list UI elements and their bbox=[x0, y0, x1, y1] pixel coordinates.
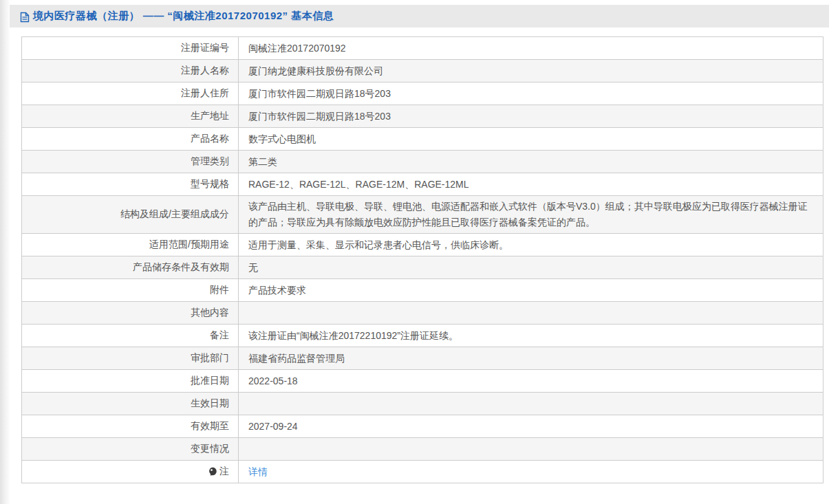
row-label: 注册证编号 bbox=[22, 37, 239, 60]
table-row: 注册人名称 厦门纳龙健康科技股份有限公司 bbox=[22, 60, 823, 83]
row-value: 闽械注准20172070192 bbox=[239, 37, 823, 60]
info-table-body: 注册证编号 闽械注准20172070192 注册人名称 厦门纳龙健康科技股份有限… bbox=[22, 37, 823, 483]
row-value bbox=[239, 393, 823, 415]
row-label: 备注 bbox=[22, 325, 239, 347]
row-value: RAGE-12、RAGE-12L、RAGE-12M、RAGE-12ML bbox=[239, 173, 823, 196]
row-label-text: 适用范围/预期用途 bbox=[149, 239, 229, 250]
row-label-text: 型号规格 bbox=[191, 178, 229, 189]
row-label-text: 管理类别 bbox=[191, 155, 229, 166]
row-value: 该注册证由“闽械注准20172210192”注册证延续。 bbox=[239, 325, 823, 347]
row-value: 无 bbox=[239, 256, 823, 279]
detail-link[interactable]: 详情 bbox=[248, 466, 268, 477]
row-value: 厦门纳龙健康科技股份有限公司 bbox=[239, 60, 823, 83]
row-label: 附件 bbox=[22, 279, 239, 302]
table-row: 其他内容 bbox=[22, 302, 823, 325]
row-label: 生效日期 bbox=[22, 393, 239, 415]
row-value: 2027-09-24 bbox=[239, 415, 823, 438]
row-label: 批准日期 bbox=[22, 370, 239, 393]
row-label-text: 备注 bbox=[210, 329, 229, 340]
row-label: 管理类别 bbox=[22, 151, 239, 173]
table-row: 适用范围/预期用途 适用于测量、采集、显示和记录患者心电信号，供临床诊断。 bbox=[22, 234, 823, 256]
row-value: 详情 bbox=[239, 461, 823, 483]
table-row: 附件 产品技术要求 bbox=[22, 279, 823, 302]
row-label-text: 注册证编号 bbox=[181, 42, 229, 53]
table-row: 生产地址 厦门市软件园二期观日路18号203 bbox=[22, 105, 823, 128]
table-wrap: 注册证编号 闽械注准20172070192 注册人名称 厦门纳龙健康科技股份有限… bbox=[21, 36, 823, 483]
row-label-text: 注册人住所 bbox=[181, 87, 229, 98]
table-row: 审批部门 福建省药品监督管理局 bbox=[22, 347, 823, 370]
row-label: 产品名称 bbox=[22, 128, 239, 151]
table-row: 型号规格 RAGE-12、RAGE-12L、RAGE-12M、RAGE-12ML bbox=[22, 173, 823, 196]
row-label-text: 审批部门 bbox=[191, 352, 229, 363]
table-row: 备注 该注册证由“闽械注准20172210192”注册证延续。 bbox=[22, 325, 823, 347]
row-value bbox=[239, 302, 823, 325]
row-label-text: 注 bbox=[219, 465, 229, 476]
row-label: 注册人住所 bbox=[22, 83, 239, 105]
note-icon bbox=[208, 467, 217, 478]
page-left-gutter bbox=[0, 0, 10, 504]
table-row: 产品储存条件及有效期 无 bbox=[22, 256, 823, 279]
row-value: 2022-05-18 bbox=[239, 370, 823, 393]
table-row: 注册证编号 闽械注准20172070192 bbox=[22, 37, 823, 60]
row-label-text: 其他内容 bbox=[191, 307, 229, 318]
row-label-text: 结构及组成/主要组成成分 bbox=[120, 208, 229, 219]
row-label-text: 批准日期 bbox=[191, 375, 229, 386]
row-label: 适用范围/预期用途 bbox=[22, 234, 239, 256]
row-value: 该产品由主机、导联电极、导联、锂电池、电源适配器和嵌入式软件（版本号V3.0）组… bbox=[239, 196, 823, 234]
row-value: 厦门市软件园二期观日路18号203 bbox=[239, 105, 823, 128]
table-row: 生效日期 bbox=[22, 393, 823, 415]
table-row: 结构及组成/主要组成成分 该产品由主机、导联电极、导联、锂电池、电源适配器和嵌入… bbox=[22, 196, 823, 234]
row-label: 产品储存条件及有效期 bbox=[22, 256, 239, 279]
row-label-text: 有效期至 bbox=[191, 420, 229, 431]
row-label: 注册人名称 bbox=[22, 60, 239, 83]
table-row: 产品名称 数字式心电图机 bbox=[22, 128, 823, 151]
row-label-text: 变更情况 bbox=[191, 443, 229, 454]
row-label-text: 产品储存条件及有效期 bbox=[133, 261, 229, 272]
row-label: 变更情况 bbox=[22, 438, 239, 461]
row-value: 福建省药品监督管理局 bbox=[239, 347, 823, 370]
document-icon bbox=[20, 12, 30, 23]
row-label-text: 生效日期 bbox=[191, 397, 229, 408]
page-title: 境内医疗器械（注册） —— “闽械注准20172070192” 基本信息 bbox=[33, 10, 334, 23]
table-row: 批准日期 2022-05-18 bbox=[22, 370, 823, 393]
table-row: 有效期至 2027-09-24 bbox=[22, 415, 823, 438]
row-label: 有效期至 bbox=[22, 415, 239, 438]
info-table: 注册证编号 闽械注准20172070192 注册人名称 厦门纳龙健康科技股份有限… bbox=[21, 36, 823, 483]
row-label: 结构及组成/主要组成成分 bbox=[22, 196, 239, 234]
row-value: 第二类 bbox=[239, 151, 823, 173]
table-row: 管理类别 第二类 bbox=[22, 151, 823, 173]
row-value: 适用于测量、采集、显示和记录患者心电信号，供临床诊断。 bbox=[239, 234, 823, 256]
row-value bbox=[239, 438, 823, 461]
row-value: 产品技术要求 bbox=[239, 279, 823, 302]
page: 境内医疗器械（注册） —— “闽械注准20172070192” 基本信息 注册证… bbox=[10, 5, 829, 504]
row-label-text: 生产地址 bbox=[191, 110, 229, 121]
row-value: 数字式心电图机 bbox=[239, 128, 823, 151]
row-label: 其他内容 bbox=[22, 302, 239, 325]
row-label: 审批部门 bbox=[22, 347, 239, 370]
row-label-text: 附件 bbox=[210, 284, 229, 295]
table-row: 注 详情 bbox=[22, 461, 823, 483]
row-value: 厦门市软件园二期观日路18号203 bbox=[239, 83, 823, 105]
header-bar: 境内医疗器械（注册） —— “闽械注准20172070192” 基本信息 bbox=[10, 5, 829, 28]
table-row: 注册人住所 厦门市软件园二期观日路18号203 bbox=[22, 83, 823, 105]
row-label: 型号规格 bbox=[22, 173, 239, 196]
row-label: 注 bbox=[22, 461, 239, 483]
row-label: 生产地址 bbox=[22, 105, 239, 128]
row-label-text: 注册人名称 bbox=[181, 65, 229, 76]
table-row: 变更情况 bbox=[22, 438, 823, 461]
row-label-text: 产品名称 bbox=[191, 133, 229, 144]
